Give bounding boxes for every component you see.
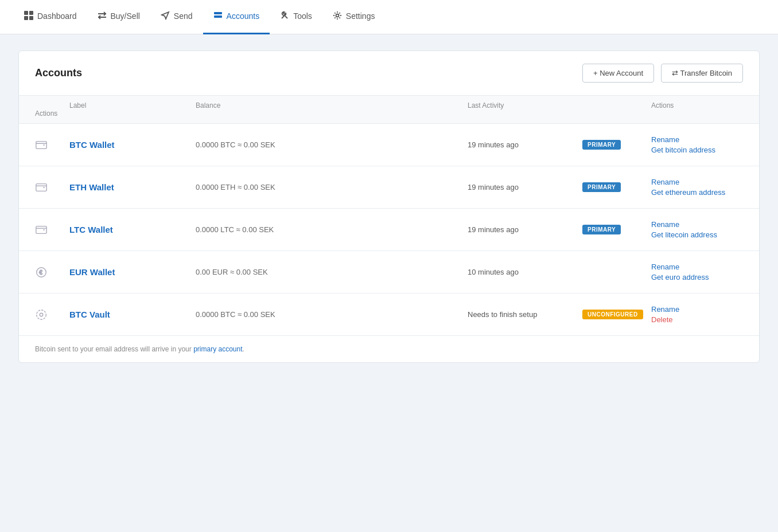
wallet-name-ltc-wallet[interactable]: LTC Wallet: [69, 225, 196, 234]
svg-point-6: [336, 14, 339, 17]
tools-icon: [280, 11, 289, 22]
rename-link[interactable]: Rename: [651, 178, 743, 186]
table-row: BTC Wallet 0.0000 BTC ≈ 0.00 SEK 19 minu…: [19, 124, 759, 166]
svg-rect-1: [29, 11, 33, 15]
primary-badge: PRIMARY: [582, 140, 621, 150]
balance-eth-wallet: 0.0000 ETH ≈ 0.00 SEK: [196, 183, 468, 191]
rename-link[interactable]: Rename: [651, 305, 743, 314]
nav-send-label: Send: [174, 11, 193, 21]
actions-col-eth-wallet: RenameGet ethereum address: [651, 178, 743, 197]
nav-settings-label: Settings: [346, 11, 375, 21]
nav-dashboard-label: Dashboard: [37, 11, 77, 21]
main-content: Accounts + New Account ⇄ Transfer Bitcoi…: [0, 34, 778, 379]
wallet-icon: [35, 139, 69, 151]
buysell-icon: [98, 11, 107, 22]
svg-point-13: [37, 310, 46, 319]
svg-rect-0: [24, 11, 28, 15]
card-footer: Bitcoin sent to your email address will …: [19, 335, 759, 362]
nav-accounts-label: Accounts: [227, 11, 260, 21]
get-euro-address-link[interactable]: Get euro address: [651, 273, 743, 281]
col-header-label: Label: [69, 101, 196, 109]
table-header-row: Label Balance Last Activity Actions Acti…: [19, 95, 759, 124]
accounts-icon: [213, 11, 223, 22]
svg-rect-7: [36, 141, 46, 148]
actions-col-btc-vault: RenameDelete: [651, 305, 743, 324]
wallet-name-eur-wallet[interactable]: EUR Wallet: [69, 267, 196, 277]
col-header-icon: [35, 101, 69, 109]
actions-col-eur-wallet: RenameGet euro address: [651, 263, 743, 281]
rename-link[interactable]: Rename: [651, 220, 743, 229]
balance-btc-wallet: 0.0000 BTC ≈ 0.00 SEK: [196, 140, 468, 149]
rename-link[interactable]: Rename: [651, 135, 743, 144]
badge-area-eth-wallet: PRIMARY: [582, 182, 651, 192]
svg-rect-4: [214, 12, 222, 14]
nav-buysell-label: Buy/Sell: [111, 11, 140, 21]
page-title: Accounts: [35, 67, 82, 79]
wallet-name-eth-wallet[interactable]: ETH Wallet: [69, 182, 196, 192]
navigation: Dashboard Buy/Sell Send Accounts: [0, 0, 778, 34]
balance-btc-vault: 0.0000 BTC ≈ 0.00 SEK: [196, 310, 468, 319]
svg-text:€: €: [39, 269, 42, 276]
table-row: ETH Wallet 0.0000 ETH ≈ 0.00 SEK 19 minu…: [19, 166, 759, 209]
table-row: BTC Vault 0.0000 BTC ≈ 0.00 SEK Needs to…: [19, 294, 759, 335]
last-activity-btc-wallet: 19 minutes ago: [468, 140, 582, 149]
get-litecoin-address-link[interactable]: Get litecoin address: [651, 230, 743, 239]
nav-settings[interactable]: Settings: [322, 0, 386, 34]
primary-badge: PRIMARY: [582, 182, 621, 192]
accounts-card: Accounts + New Account ⇄ Transfer Bitcoi…: [18, 50, 760, 363]
last-activity-eth-wallet: 19 minutes ago: [468, 183, 582, 191]
card-header: Accounts + New Account ⇄ Transfer Bitcoi…: [19, 51, 759, 95]
nav-tools[interactable]: Tools: [270, 0, 322, 34]
col-header-badge: [582, 101, 651, 109]
badge-area-ltc-wallet: PRIMARY: [582, 225, 651, 234]
svg-rect-3: [29, 16, 33, 20]
gear-icon: [35, 308, 69, 321]
balance-ltc-wallet: 0.0000 LTC ≈ 0.00 SEK: [196, 225, 468, 234]
actions-col-btc-wallet: RenameGet bitcoin address: [651, 135, 743, 154]
col-header-balance: Balance: [196, 101, 468, 109]
last-activity-eur-wallet: 10 minutes ago: [468, 268, 582, 276]
euro-icon: €: [35, 266, 69, 279]
table-row: LTC Wallet 0.0000 LTC ≈ 0.00 SEK 19 minu…: [19, 209, 759, 251]
wallet-name-btc-wallet[interactable]: BTC Wallet: [69, 140, 196, 150]
col-header-last-activity: Last Activity: [468, 101, 582, 109]
nav-buysell[interactable]: Buy/Sell: [87, 0, 150, 34]
actions-col-ltc-wallet: RenameGet litecoin address: [651, 220, 743, 239]
badge-area-btc-vault: UNCONFIGURED: [582, 310, 651, 319]
svg-point-12: [40, 313, 43, 316]
nav-send[interactable]: Send: [150, 0, 203, 34]
primary-badge: PRIMARY: [582, 225, 621, 234]
send-icon: [161, 11, 170, 22]
balance-eur-wallet: 0.00 EUR ≈ 0.00 SEK: [196, 268, 468, 276]
get-bitcoin-address-link[interactable]: Get bitcoin address: [651, 146, 743, 154]
wallet-icon: [35, 224, 69, 236]
settings-icon: [333, 11, 342, 22]
new-account-button[interactable]: + New Account: [582, 64, 654, 83]
get-ethereum-address-link[interactable]: Get ethereum address: [651, 188, 743, 197]
footer-primary-link[interactable]: primary account: [193, 345, 242, 353]
last-activity-btc-vault: Needs to finish setup: [468, 310, 582, 319]
svg-rect-2: [24, 16, 28, 20]
col-header-actions-2: Actions: [35, 109, 69, 118]
nav-accounts[interactable]: Accounts: [203, 0, 270, 34]
accounts-list: BTC Wallet 0.0000 BTC ≈ 0.00 SEK 19 minu…: [19, 124, 759, 335]
table-row: € EUR Wallet 0.00 EUR ≈ 0.00 SEK 10 minu…: [19, 251, 759, 294]
transfer-bitcoin-button[interactable]: ⇄ Transfer Bitcoin: [661, 64, 743, 83]
nav-tools-label: Tools: [293, 11, 312, 21]
svg-rect-5: [214, 15, 222, 18]
unconfigured-badge: UNCONFIGURED: [582, 310, 643, 319]
last-activity-ltc-wallet: 19 minutes ago: [468, 225, 582, 234]
card-action-buttons: + New Account ⇄ Transfer Bitcoin: [582, 64, 743, 83]
wallet-name-btc-vault[interactable]: BTC Vault: [69, 310, 196, 319]
rename-link[interactable]: Rename: [651, 263, 743, 271]
svg-rect-8: [36, 183, 46, 191]
dashboard-icon: [24, 11, 33, 22]
delete-link[interactable]: Delete: [651, 315, 743, 324]
footer-text-before: Bitcoin sent to your email address will …: [35, 345, 193, 353]
nav-dashboard[interactable]: Dashboard: [14, 0, 87, 34]
badge-area-btc-wallet: PRIMARY: [582, 140, 651, 150]
svg-rect-9: [36, 226, 46, 233]
col-header-actions: Actions: [651, 101, 743, 109]
wallet-icon: [35, 181, 69, 194]
footer-text-after: .: [243, 345, 244, 353]
